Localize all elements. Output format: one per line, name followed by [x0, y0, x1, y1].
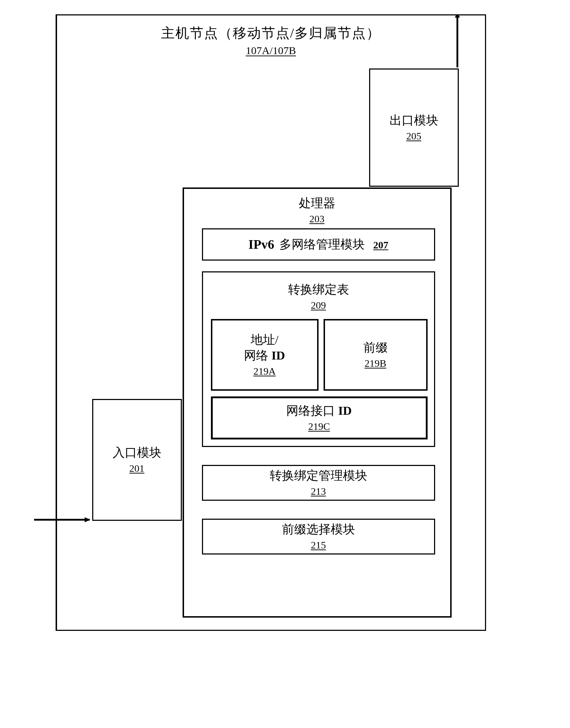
- ingress-module: 入口模块 201: [92, 399, 182, 521]
- egress-module: 出口模块 205: [369, 68, 459, 187]
- binding-table-label: 转换绑定表: [288, 282, 349, 298]
- ipv6-module-ref: 207: [373, 239, 388, 252]
- prefix-select-ref: 215: [311, 539, 326, 552]
- ipv6-multinetwork-mgmt-module: IPv6 多网络管理模块 207: [202, 228, 435, 261]
- host-node-diagram: 主机节点（移动节点/多归属节点） 107A/107B 入口模块 201 出口模块…: [34, 14, 536, 660]
- address-id-bold-id: ID: [272, 349, 285, 362]
- address-network-id-cell: 地址/ 网络 ID 219A: [211, 319, 319, 391]
- processor-label: 处理器: [299, 195, 335, 211]
- interface-id-row: 网络接口 ID: [286, 403, 352, 419]
- host-node-ref: 107A/107B: [57, 44, 485, 57]
- ingress-label: 入口模块: [113, 445, 161, 461]
- prefix-small-label: 前缀: [363, 340, 388, 356]
- ingress-ref: 201: [129, 462, 145, 475]
- egress-ref: 205: [406, 130, 421, 143]
- ipv6-suffix-label: 多网络管理模块: [279, 237, 365, 252]
- binding-mgmt-ref: 213: [311, 485, 326, 498]
- interface-id-ref: 219C: [308, 420, 330, 433]
- interface-id-bold-id: ID: [338, 404, 352, 417]
- processor-container: 处理器 203 IPv6 多网络管理模块 207 转换绑定表 209 地址/ 网…: [183, 187, 452, 618]
- egress-label: 出口模块: [390, 113, 438, 128]
- processor-ref: 203: [310, 213, 325, 225]
- network-interface-id-cell: 网络接口 ID 219C: [211, 396, 428, 439]
- binding-table-ref: 209: [311, 299, 326, 312]
- prefix-selection-module: 前缀选择模块 215: [202, 519, 435, 555]
- address-id-ref: 219A: [253, 365, 275, 378]
- translation-binding-table: 转换绑定表 209 地址/ 网络 ID 219A 前缀 219B: [202, 271, 435, 447]
- address-id-line2: 网络: [244, 349, 268, 362]
- prefix-small-ref: 219B: [364, 357, 386, 370]
- binding-mgmt-label: 转换绑定管理模块: [270, 468, 367, 484]
- address-id-line2-wrapper: 网络 ID: [244, 348, 285, 363]
- prefix-select-label: 前缀选择模块: [282, 522, 355, 537]
- interface-id-cn: 网络接口: [286, 404, 335, 417]
- translation-binding-mgmt-module: 转换绑定管理模块 213: [202, 465, 435, 501]
- prefix-cell: 前缀 219B: [324, 319, 428, 391]
- ipv6-prefix-label: IPv6: [249, 236, 274, 253]
- host-node-title: 主机节点（移动节点/多归属节点）: [57, 24, 485, 42]
- address-id-line1: 地址/: [251, 332, 278, 348]
- host-node-container: 主机节点（移动节点/多归属节点） 107A/107B 入口模块 201 出口模块…: [56, 14, 486, 631]
